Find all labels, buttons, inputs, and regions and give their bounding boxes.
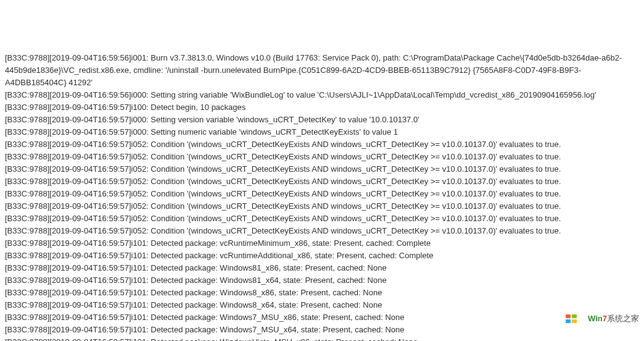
log-line: [B33C:9788][2019-09-04T16:59:57]i052: Co… <box>5 163 639 175</box>
watermark-rest: 系统之家 <box>607 314 639 323</box>
log-line: [B33C:9788][2019-09-04T16:59:56]i000: Se… <box>5 89 639 101</box>
log-line: [B33C:9788][2019-09-04T16:59:57]i052: Co… <box>5 213 639 225</box>
log-line: [B33C:9788][2019-09-04T16:59:57]i101: De… <box>5 299 639 311</box>
log-line: [B33C:9788][2019-09-04T16:59:57]i052: Co… <box>5 188 639 200</box>
log-line: [B33C:9788][2019-09-04T16:59:57]i100: De… <box>5 101 639 114</box>
log-line: [B33C:9788][2019-09-04T16:59:57]i052: Co… <box>5 175 639 188</box>
watermark: Win7系统之家 <box>566 300 639 337</box>
windows-flag-icon <box>566 314 577 323</box>
log-line: [B33C:9788][2019-09-04T16:59:57]i101: De… <box>5 274 639 287</box>
log-line: [B33C:9788][2019-09-04T16:59:57]i101: De… <box>5 287 639 299</box>
watermark-seven: 7 <box>603 314 607 323</box>
log-line: [B33C:9788][2019-09-04T16:59:57]i000: Se… <box>5 126 639 138</box>
log-line: [B33C:9788][2019-09-04T16:59:57]i101: De… <box>5 250 639 262</box>
log-line: [B33C:9788][2019-09-04T16:59:57]i052: Co… <box>5 151 639 163</box>
log-line: [B33C:9788][2019-09-04T16:59:57]i101: De… <box>5 311 639 324</box>
log-line: [B33C:9788][2019-09-04T16:59:57]i000: Se… <box>5 114 639 126</box>
log-line: [B33C:9788][2019-09-04T16:59:57]i101: De… <box>5 336 639 341</box>
log-line: [B33C:9788][2019-09-04T16:59:56]i001: Bu… <box>5 52 639 89</box>
log-line: [B33C:9788][2019-09-04T16:59:57]i052: Co… <box>5 225 639 237</box>
log-line: [B33C:9788][2019-09-04T16:59:57]i101: De… <box>5 237 639 250</box>
log-line: [B33C:9788][2019-09-04T16:59:57]i101: De… <box>5 262 639 274</box>
log-line: [B33C:9788][2019-09-04T16:59:57]i052: Co… <box>5 200 639 213</box>
log-line: [B33C:9788][2019-09-04T16:59:57]i052: Co… <box>5 138 639 151</box>
watermark-win: Win <box>588 314 603 323</box>
log-output: [B33C:9788][2019-09-04T16:59:56]i001: Bu… <box>5 52 639 341</box>
log-line: [B33C:9788][2019-09-04T16:59:57]i101: De… <box>5 324 639 336</box>
